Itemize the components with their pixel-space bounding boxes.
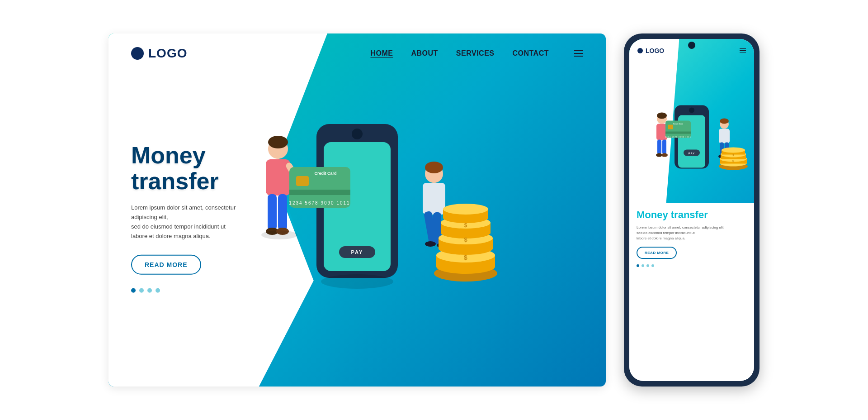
hero-title-part2: transfer xyxy=(131,168,219,194)
nav-home[interactable]: HOME xyxy=(370,49,393,57)
logo-dot-icon xyxy=(131,47,144,60)
mobile-title-part2: transfer xyxy=(671,209,708,220)
desktop-nav: LOGO HOME ABOUT SERVICES CONTACT xyxy=(108,33,606,73)
mobile-logo: LOGO xyxy=(637,47,664,54)
mobile-logo-dot-icon xyxy=(637,48,643,53)
nav-contact[interactable]: CONTACT xyxy=(512,49,549,57)
logo-text: LOGO xyxy=(148,46,187,61)
dot-4[interactable] xyxy=(156,288,160,292)
mobile-dot-2[interactable] xyxy=(642,264,644,267)
mobile-read-more-button[interactable]: READ MORE xyxy=(637,247,677,259)
mobile-screen: LOGO PAY xyxy=(629,39,754,381)
mobile-logo-text: LOGO xyxy=(646,47,664,54)
hero-title-part1: Money xyxy=(131,142,206,168)
dot-3[interactable] xyxy=(147,288,152,292)
nav-services[interactable]: SERVICES xyxy=(456,49,495,57)
mobile-hamburger-icon[interactable] xyxy=(740,48,746,53)
hero-description: Lorem ipsum dolor sit amet, consectetur … xyxy=(131,203,258,241)
nav-about[interactable]: ABOUT xyxy=(411,49,438,57)
hero-content: Money transfer Lorem ipsum dolor sit ame… xyxy=(131,143,285,293)
dot-1[interactable] xyxy=(131,288,136,292)
desktop-landing-page: LOGO HOME ABOUT SERVICES CONTACT Money t… xyxy=(108,33,606,387)
mobile-hero-title: Money transfer xyxy=(637,210,747,220)
mobile-hero-content: Money transfer Lorem ipsum dolor sit ame… xyxy=(629,203,754,381)
dot-2[interactable] xyxy=(139,288,144,292)
carousel-dots xyxy=(131,288,285,292)
read-more-button[interactable]: READ MORE xyxy=(131,254,201,274)
page-container: LOGO HOME ABOUT SERVICES CONTACT Money t… xyxy=(0,0,868,420)
hero-title: Money transfer xyxy=(131,143,285,194)
mobile-dot-3[interactable] xyxy=(646,264,649,267)
mobile-mockup: LOGO PAY xyxy=(624,33,760,387)
mobile-title-part1: Money xyxy=(637,209,671,220)
hamburger-menu-icon[interactable] xyxy=(574,50,583,57)
mobile-nav: LOGO xyxy=(629,39,754,59)
mobile-dot-4[interactable] xyxy=(651,264,654,267)
logo: LOGO xyxy=(131,46,187,61)
mobile-hero-desc: Lorem ipsum dolor sit amet, consectetur … xyxy=(637,225,747,241)
mobile-carousel-dots xyxy=(637,264,747,267)
mobile-dot-1[interactable] xyxy=(637,264,639,267)
nav-links: HOME ABOUT SERVICES CONTACT xyxy=(370,49,583,57)
